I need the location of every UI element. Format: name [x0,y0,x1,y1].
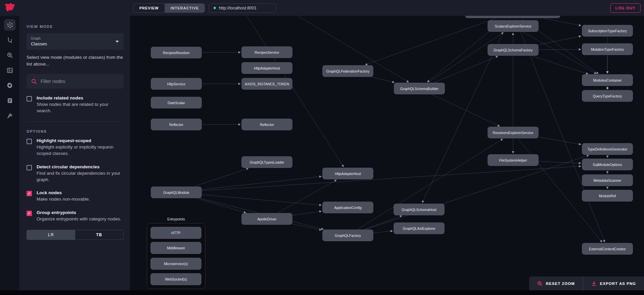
graph-node-graphQLSchemaBuilder[interactable]: GraphQLSchemaBuilder [394,83,445,94]
graph-node-entryHttp[interactable]: HTTP [150,227,201,239]
nav-item-gavel[interactable] [4,110,15,121]
graph-node-metadataScanner[interactable]: MetadataScanner [582,174,633,186]
search-icon [31,79,37,84]
option-checkbox-1[interactable] [27,165,32,170]
view-mode-select[interactable]: Graph Classes [27,33,124,50]
include-related-desc: Show nodes that are related to your sear… [37,101,124,114]
tab-interactive[interactable]: INTERACTIVE [165,4,204,12]
tab-preview[interactable]: PREVIEW [134,4,165,12]
option-checkbox-3[interactable] [27,211,32,216]
graph-node-recipesResolver[interactable]: RecipesResolver [151,47,202,58]
graph-node-graphQLModule[interactable]: GraphQLModule [151,186,202,198]
routes-icon [7,37,13,43]
option-title: Detect circular dependencies [37,164,124,169]
newspaper-icon [7,67,13,74]
bottom-strip [0,290,644,295]
select-label: Graph [31,36,119,40]
scan-pulse-icon [7,52,13,58]
logout-button[interactable]: LOG OUT [610,3,641,13]
option-checkbox-2[interactable] [27,191,32,196]
option-row-1: Detect circular dependenciesFind and fix… [27,164,124,183]
graph-node-queryTypeFactory[interactable]: QueryTypeFactory [582,90,633,102]
direction-lr-button[interactable]: LR [27,230,75,240]
graph-node-subscriptionTypeFactory[interactable]: SubscriptionTypeFactory [582,25,633,37]
chevron-down-icon [116,41,119,43]
options-list: Highlight request-scopedHighlight explic… [27,138,124,222]
nav-item-scan[interactable] [4,49,15,61]
graph-node-gqlModuleOptions[interactable]: GqlModuleOptions [582,159,633,170]
graph-node-scalarsExplorerService[interactable]: ScalarsExplorerService [488,20,539,32]
graph-node-graphQLSchemaFactory[interactable]: GraphQLSchemaFactory [488,44,539,56]
graph-node-httpAdapterHostA[interactable]: HttpAdapterHost [241,62,292,74]
zoom-reset-icon [537,281,543,286]
target-url-box[interactable]: http://localhost:8001 [209,3,276,13]
gear-icon [6,82,13,89]
sidebar-panel: VIEW MODE Graph Classes Select view mode… [19,16,130,290]
graph-canvas[interactable]: Entrypoints RecipesResolverHttpServiceDa… [130,16,644,290]
graph-node-entryMiddleware[interactable]: Middleware [150,242,201,254]
graph-edges [130,16,644,290]
option-text-2: Lock nodesMake nodes non-movable. [37,190,90,203]
entrypoints-group-label: Entrypoints [147,217,205,221]
option-text-1: Detect circular dependenciesFind and fix… [37,164,124,183]
graph-node-entryMicroservice[interactable]: Microservice(s) [150,258,201,270]
graph-node-dateScalar[interactable]: DateScalar [151,97,202,109]
devtools-app: PREVIEW INTERACTIVE http://localhost:800… [0,0,644,295]
graph-node-modulesContainer[interactable]: ModulesContainer [582,74,633,86]
target-url: http://localhost:8001 [219,6,257,10]
top-bar: PREVIEW INTERACTIVE http://localhost:800… [0,0,644,16]
nav-rail [0,16,19,290]
graph-node-typeDefinitionsGenerator[interactable]: TypeDefinitionsGenerator [582,143,633,155]
option-row-2: Lock nodesMake nodes non-movable. [27,190,124,203]
graph-node-topClipped[interactable] [465,16,560,18]
graph-icon [7,22,13,28]
graph-node-apolloDriver[interactable]: ApolloDriver [241,213,292,225]
reset-zoom-label: RESET ZOOM [546,282,575,286]
direction-tb-button[interactable]: TB [75,230,124,240]
direction-toggle: LR TB [27,230,124,240]
graph-node-graphQLAstExplorer[interactable]: GraphQLAstExplorer [394,222,445,234]
graph-node-externalContextCreator[interactable]: ExternalContextCreator [582,243,633,255]
graph-node-fileSystemHelper[interactable]: FileSystemHelper [488,154,539,166]
graph-node-httpAdapterHostB[interactable]: HttpAdapterHost [322,168,373,179]
logo-box[interactable] [0,2,19,14]
mode-tabs: PREVIEW INTERACTIVE [133,3,205,13]
canvas-controls-bar: RESET ZOOM EXPORT AS PNG [529,277,644,290]
filter-nodes-input[interactable] [41,79,119,84]
graph-node-graphQLFederationFactory[interactable]: GraphQLFederationFactory [322,65,373,77]
download-icon [591,281,597,286]
graph-node-reflectorB[interactable]: Reflector [241,119,292,130]
gavel-icon [7,113,13,119]
option-text-0: Highlight request-scopedHighlight explic… [37,138,124,157]
nav-item-docs[interactable] [4,95,15,106]
graph-node-recipesService[interactable]: RecipesService [241,46,292,58]
graph-node-mutationTypeFactory[interactable]: MutationTypeFactory [582,43,633,55]
status-dot-icon [214,7,216,9]
graph-node-resolversExplorerService[interactable]: ResolversExplorerService [488,127,539,138]
graph-node-graphQLTypesLoader[interactable]: GraphQLTypesLoader [241,156,292,168]
option-row-0: Highlight request-scopedHighlight explic… [27,138,124,157]
option-checkbox-0[interactable] [27,139,32,144]
nav-item-settings[interactable] [4,80,15,91]
graph-node-reflectorA[interactable]: Reflector [151,119,202,130]
export-png-button[interactable]: EXPORT AS PNG [583,277,644,290]
option-desc: Find and fix circular dependencies in yo… [37,170,124,183]
graph-node-httpService[interactable]: HttpService [151,78,202,90]
include-related-checkbox[interactable] [27,96,32,101]
view-mode-heading: VIEW MODE [27,25,124,29]
graph-node-graphQLFactory[interactable]: GraphQLFactory [322,229,373,241]
reset-zoom-button[interactable]: RESET ZOOM [529,277,583,290]
option-desc: Make nodes non-movable. [37,196,90,203]
graph-node-axiosInstanceToken[interactable]: AXIOS_INSTANCE_TOKEN [241,78,292,90]
graph-node-applicationConfig[interactable]: ApplicationConfig [322,202,373,213]
view-mode-helper-text: Select view mode (modules or classes) fr… [27,54,124,67]
nav-item-modules[interactable] [4,65,15,76]
graph-node-moduleRef[interactable]: ModuleRef [582,190,633,202]
options-heading: OPTIONS [27,129,124,133]
graph-node-graphQLSchemaHost[interactable]: GraphQLSchemaHost [394,204,445,215]
option-title: Lock nodes [37,190,90,195]
nav-item-routes[interactable] [4,34,15,46]
nav-item-graph[interactable] [4,19,15,31]
graph-node-entryWebsocket[interactable]: WebSocket(s) [150,273,201,285]
option-desc: Highlight explicitly or implicitly reque… [37,144,124,157]
